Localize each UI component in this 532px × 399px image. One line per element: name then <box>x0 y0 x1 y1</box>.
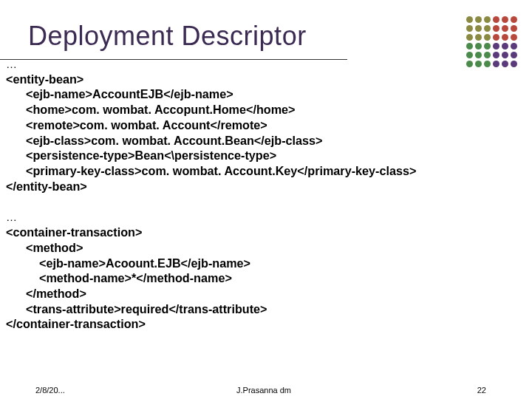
code-line: <ejb-class>com. wombat. Account.Bean</ej… <box>6 134 323 147</box>
slide: Deployment Descriptor … <entity-bean> <e… <box>0 0 532 399</box>
code-line: <home>com. wombat. Accopunt.Home</home> <box>6 103 296 116</box>
dot-icon <box>502 52 508 58</box>
dot-icon <box>502 43 508 50</box>
dot-icon <box>475 16 482 23</box>
dot-icon <box>502 16 508 23</box>
dot-icon <box>466 25 473 32</box>
dot-icon <box>484 43 491 50</box>
dot-icon <box>511 52 517 58</box>
footer-author: J.Prasanna dm <box>236 386 291 395</box>
dot-icon <box>484 34 491 41</box>
dot-icon <box>466 16 473 23</box>
dot-icon <box>502 25 508 32</box>
code-line: <method-name>*</method-name> <box>6 271 232 284</box>
code-line: </method> <box>6 287 86 300</box>
dot-icon <box>493 43 499 50</box>
code-line: </container-transaction> <box>6 317 146 330</box>
dot-icon <box>475 25 482 32</box>
dot-icon <box>493 52 499 58</box>
code-line: <ejb-name>AccountEJB</ejb-name> <box>6 87 233 100</box>
dot-icon <box>493 34 499 41</box>
dot-icon <box>475 52 482 58</box>
code-content: … <entity-bean> <ejb-name>AccountEJB</ej… <box>6 56 416 332</box>
dot-icon <box>511 43 517 50</box>
dot-icon <box>511 61 517 67</box>
code-line: <ejb-name>Acoount.EJB</ejb-name> <box>6 256 250 270</box>
dot-icon <box>493 25 499 32</box>
code-line: <method> <box>6 241 83 254</box>
dot-icon <box>475 61 482 67</box>
dot-icon <box>493 61 499 67</box>
dot-icon <box>484 16 491 23</box>
dot-icon <box>466 43 473 50</box>
code-line: <persistence-type>Bean<\persistence-type… <box>6 149 276 162</box>
dot-icon <box>502 61 508 67</box>
ellipsis-top: … <box>6 58 17 70</box>
decorative-dot-grid <box>466 16 517 67</box>
code-line: <entity-bean> <box>6 72 83 86</box>
code-line: <remote>com. wombat. Account</remote> <box>6 118 267 132</box>
footer-date: 2/8/20... <box>35 386 65 395</box>
slide-title: Deployment Descriptor <box>28 21 526 52</box>
dot-icon <box>511 16 517 23</box>
code-line: <container-transaction> <box>6 225 142 239</box>
dot-icon <box>502 34 508 41</box>
ellipsis-mid: … <box>6 211 17 223</box>
footer-page-number: 22 <box>477 386 486 395</box>
dot-icon <box>466 61 473 67</box>
dot-icon <box>493 16 499 23</box>
dot-icon <box>511 34 517 41</box>
dot-icon <box>484 61 491 67</box>
dot-icon <box>484 52 491 58</box>
dot-icon <box>475 34 482 41</box>
dot-icon <box>475 43 482 50</box>
code-line: <trans-attribute>required</trans-attribu… <box>6 302 267 316</box>
dot-icon <box>484 25 491 32</box>
dot-icon <box>511 25 517 32</box>
dot-icon <box>466 34 473 41</box>
dot-icon <box>466 52 473 58</box>
code-line: <primary-key-class>com. wombat. Account.… <box>6 164 416 177</box>
code-line: </entity-bean> <box>6 180 87 193</box>
